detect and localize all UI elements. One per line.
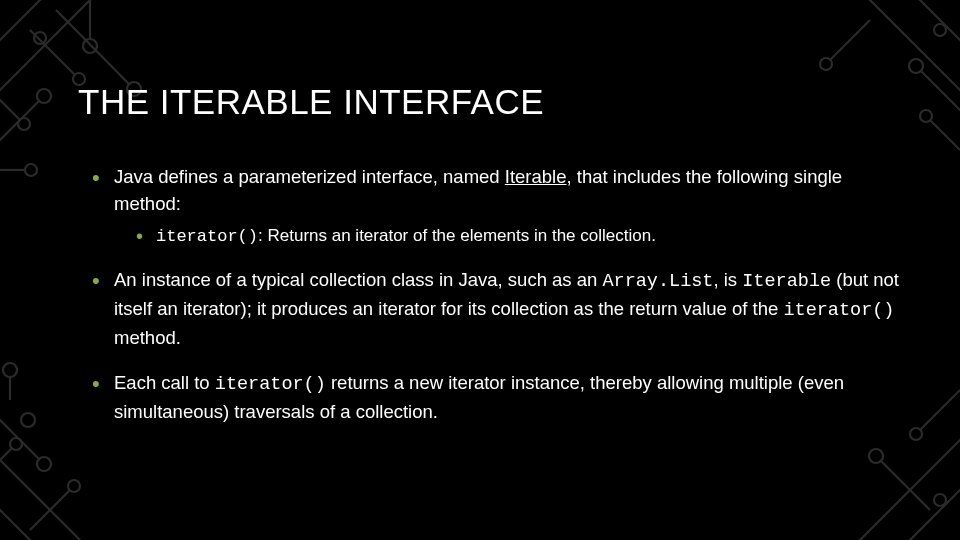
- svg-line-21: [0, 448, 12, 470]
- bullet-item: Java defines a parameterized interface, …: [96, 164, 900, 249]
- code-text: Array.List: [602, 271, 713, 292]
- iterable-keyword: Iterable: [505, 166, 567, 187]
- bullet-text: Each call to: [114, 372, 215, 393]
- svg-line-37: [880, 460, 930, 510]
- bullet-item: An instance of a typical collection clas…: [96, 267, 900, 351]
- bullet-item: Each call to iterator() returns a new it…: [96, 370, 900, 426]
- bullet-list: Java defines a parameterized interface, …: [78, 164, 900, 425]
- bullet-text: Java defines a parameterized interface, …: [114, 166, 505, 187]
- svg-point-20: [68, 480, 80, 492]
- code-text: iterator(): [156, 227, 258, 246]
- svg-line-35: [880, 470, 960, 540]
- svg-point-38: [869, 449, 883, 463]
- slide-title: THE ITERABLE INTERFACE: [78, 82, 900, 122]
- code-text: iterator(): [215, 374, 326, 395]
- svg-line-19: [30, 490, 70, 530]
- code-text: Iterable: [742, 271, 831, 292]
- bullet-text: method.: [114, 327, 181, 348]
- svg-point-41: [934, 494, 946, 506]
- slide-content: THE ITERABLE INTERFACE Java defines a pa…: [0, 0, 960, 425]
- sub-bullet-item: iterator(): Returns an iterator of the e…: [140, 224, 900, 250]
- svg-point-22: [10, 438, 22, 450]
- svg-line-15: [0, 440, 80, 540]
- code-text: iterator(): [783, 300, 894, 321]
- svg-line-36: [840, 420, 960, 540]
- bullet-text: , is: [713, 269, 742, 290]
- svg-line-16: [0, 490, 50, 540]
- sub-bullet-list: iterator(): Returns an iterator of the e…: [114, 224, 900, 250]
- svg-point-40: [910, 428, 922, 440]
- bullet-text: : Returns an iterator of the elements in…: [258, 226, 656, 245]
- bullet-text: An instance of a typical collection clas…: [114, 269, 602, 290]
- svg-point-18: [37, 457, 51, 471]
